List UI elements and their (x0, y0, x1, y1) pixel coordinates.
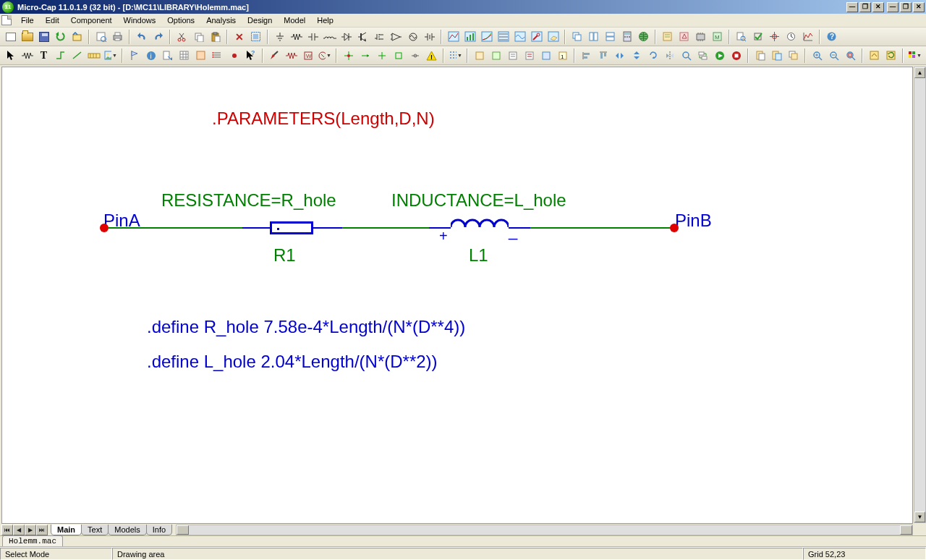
restore-button[interactable]: ❐ (900, 2, 912, 12)
window-cascade-button[interactable] (569, 29, 585, 44)
print-button[interactable] (110, 29, 125, 44)
tab-nav-first[interactable]: ⏮ (1, 525, 13, 535)
define-l-text[interactable]: .define L_hole 2.04*Length/(N*(D**2)) (147, 352, 438, 372)
menu-model[interactable]: Model (279, 14, 310, 26)
calculator-button[interactable] (619, 29, 634, 44)
tab-nav-last[interactable]: ⏭ (36, 525, 48, 535)
menu-design[interactable]: Design (242, 14, 277, 26)
pin-b-dot[interactable] (670, 224, 679, 232)
attr2-button[interactable] (488, 48, 504, 63)
pin-c-button[interactable] (391, 48, 406, 63)
diag-wire-mode-button[interactable] (69, 48, 85, 63)
attr4-button[interactable] (522, 48, 537, 63)
grid-button[interactable]: ▼ (448, 48, 463, 63)
pin-p-button[interactable] (374, 48, 389, 63)
palette-button[interactable]: ▼ (907, 48, 922, 63)
zoom-out-button[interactable] (826, 48, 841, 63)
minimize-button[interactable]: — (887, 2, 899, 12)
pin-b-label[interactable]: PinB (675, 211, 712, 231)
l1-ref[interactable]: L1 (469, 245, 488, 266)
watch-button[interactable] (783, 29, 799, 44)
voltage-probe-button[interactable] (267, 48, 282, 63)
mdi-close-button[interactable]: ✕ (872, 2, 884, 12)
mirror-button[interactable] (662, 48, 677, 63)
text-mode-button[interactable]: T (36, 48, 51, 63)
flag-mode-button[interactable] (127, 48, 142, 63)
reflect-x-button[interactable] (612, 48, 627, 63)
replace-button[interactable] (695, 48, 710, 63)
source-comp-button[interactable] (405, 29, 420, 44)
delete-button[interactable]: ✕ (232, 29, 247, 44)
attr6-button[interactable]: 1 (555, 48, 570, 63)
menu-options[interactable]: Options (162, 14, 200, 26)
analysis-dc-button[interactable] (479, 29, 494, 44)
undo-button[interactable] (134, 29, 149, 44)
npn-comp-button[interactable] (355, 29, 370, 44)
select-mode-button[interactable] (3, 48, 18, 63)
menu-file[interactable]: File (16, 14, 39, 26)
reflect-y-button[interactable] (629, 48, 644, 63)
inductor-l1[interactable] (451, 214, 509, 230)
tab-models[interactable]: Models (108, 525, 146, 535)
find-component-button[interactable] (734, 29, 749, 44)
menu-windows[interactable]: Windows (119, 14, 161, 26)
wire-mode-button[interactable] (53, 48, 68, 63)
mdi-minimize-button[interactable]: — (846, 2, 858, 12)
revert-button[interactable] (53, 29, 68, 44)
power-probe-button[interactable]: W (300, 48, 315, 63)
analysis-dynamic-dc-button[interactable] (496, 29, 511, 44)
component-mode-button[interactable] (20, 48, 35, 63)
bus-mode-button[interactable] (86, 48, 101, 63)
schematic-canvas[interactable]: .PARAMETERS(Length,D,N) RESISTANCE=R_hol… (1, 67, 913, 535)
crosshair-button[interactable] (767, 29, 782, 44)
pin-i-button[interactable] (357, 48, 373, 63)
define-r-text[interactable]: .define R_hole 7.58e-4*Length/(N*(D**4)) (147, 317, 465, 337)
battery-comp-button[interactable] (422, 29, 437, 44)
parameters-directive[interactable]: .PARAMETERS(Length,D,N) (212, 109, 435, 129)
align-top-button[interactable] (595, 48, 611, 63)
help-mode-button[interactable]: ? (243, 48, 258, 63)
menu-edit[interactable]: Edit (41, 14, 64, 26)
shape-editor-button[interactable] (676, 29, 692, 44)
window-tile-h-button[interactable] (603, 29, 618, 44)
rotate-button[interactable] (645, 48, 660, 63)
tab-text[interactable]: Text (81, 525, 109, 535)
copy-button[interactable] (191, 29, 206, 44)
opamp-comp-button[interactable] (388, 29, 404, 44)
r1-ref[interactable]: R1 (273, 245, 296, 266)
copy-clip-button[interactable] (752, 48, 768, 63)
tab-main[interactable]: Main (51, 525, 82, 535)
check-button[interactable] (750, 29, 765, 44)
graphic-mode-button[interactable]: ▼ (103, 48, 118, 63)
plot-button[interactable] (800, 29, 815, 44)
scroll-up-button[interactable]: ▲ (914, 67, 925, 78)
resistance-attribute[interactable]: RESISTANCE=R_hole (161, 190, 336, 211)
wire-r-right[interactable] (313, 227, 342, 229)
vscroll[interactable]: ▲ ▼ (914, 67, 926, 523)
go-button[interactable] (712, 48, 727, 63)
attr1-button[interactable] (472, 48, 487, 63)
menu-component[interactable]: Component (66, 14, 117, 26)
save-button[interactable] (36, 29, 51, 44)
redo-button[interactable] (150, 29, 166, 44)
stop-button[interactable] (729, 48, 744, 63)
mdi-restore-button[interactable]: ❐ (859, 2, 871, 12)
open-button[interactable] (20, 29, 35, 44)
analysis-transient-button[interactable] (446, 29, 461, 44)
menu-analysis[interactable]: Analysis (201, 14, 241, 26)
list-button[interactable] (210, 48, 225, 63)
doc-icon[interactable] (1, 15, 12, 25)
pin-a-dot[interactable] (100, 224, 109, 232)
model-program-button[interactable]: M (710, 29, 725, 44)
ground-button[interactable] (272, 29, 287, 44)
web-button[interactable] (636, 29, 651, 44)
wire-1[interactable] (109, 227, 242, 229)
resistor-r1[interactable] (270, 221, 313, 234)
resistor-comp-button[interactable] (289, 29, 304, 44)
align-left-button[interactable] (579, 48, 594, 63)
zoom-fit-button[interactable] (843, 48, 858, 63)
3dplot-button[interactable] (545, 29, 561, 44)
file-link-button[interactable] (160, 48, 175, 63)
select-all-button[interactable] (248, 29, 263, 44)
analysis-ac-button[interactable] (462, 29, 477, 44)
